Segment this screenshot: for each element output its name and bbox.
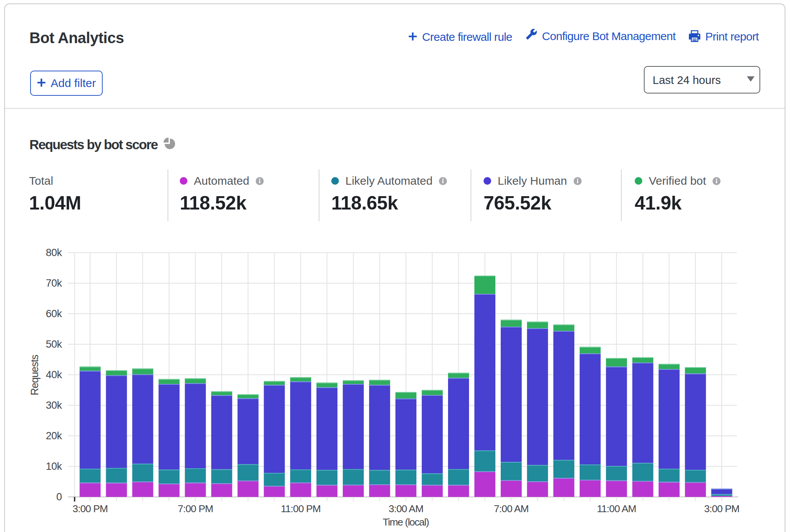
svg-text:30k: 30k [46, 400, 62, 411]
svg-text:20k: 20k [46, 430, 62, 442]
svg-text:3:00 AM: 3:00 AM [389, 503, 423, 514]
svg-text:Time (local): Time (local) [383, 516, 429, 528]
svg-text:70k: 70k [46, 277, 62, 289]
svg-text:80k: 80k [46, 247, 62, 258]
svg-text:Requests: Requests [29, 355, 40, 395]
svg-text:0: 0 [56, 491, 62, 503]
svg-text:7:00 AM: 7:00 AM [494, 503, 529, 514]
svg-text:10k: 10k [46, 461, 62, 472]
svg-text:60k: 60k [46, 308, 62, 319]
svg-text:50k: 50k [46, 339, 62, 350]
svg-text:11:00 PM: 11:00 PM [281, 503, 321, 514]
svg-text:3:00 PM: 3:00 PM [704, 503, 739, 514]
svg-text:7:00 PM: 7:00 PM [178, 503, 213, 514]
svg-text:11:00 AM: 11:00 AM [597, 503, 636, 514]
svg-text:3:00 PM: 3:00 PM [73, 503, 108, 514]
svg-text:40k: 40k [46, 369, 62, 380]
